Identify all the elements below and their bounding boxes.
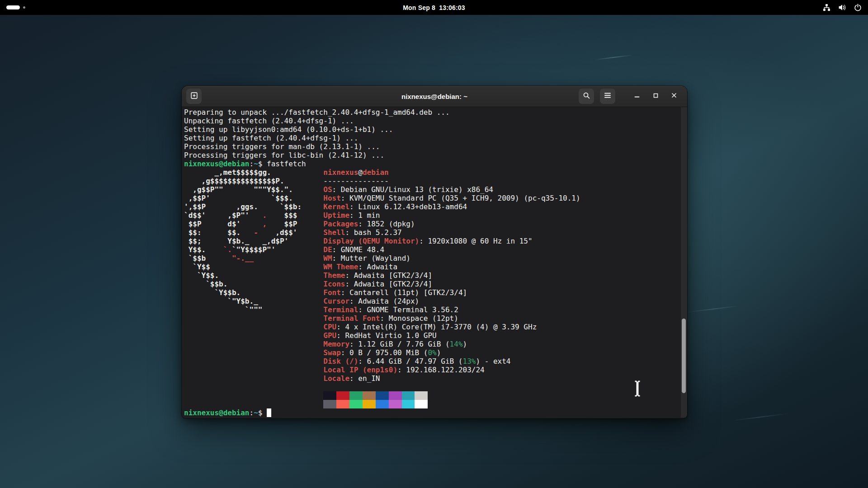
terminal-line: nixnexus@debian:~$ [184,408,687,417]
terminal-line: `""" Terminal: GNOME Terminal 3.56.2 [184,305,687,314]
terminal-line: ,g$$$$$$$$$$$$$$$P. --------------- [184,177,687,185]
new-tab-button[interactable] [186,89,202,104]
palette-block [363,391,376,400]
palette-block [349,400,363,408]
clock[interactable]: Mon Sep 8 13:06:03 [0,4,868,11]
terminal-line: Processing triggers for libc-bin (2.41-1… [184,151,687,160]
palette-block [376,400,389,408]
menu-button[interactable] [600,89,615,104]
wallpaper-streak [686,305,739,313]
close-button[interactable] [668,89,680,104]
maximize-icon [653,92,659,100]
terminal-cursor [267,408,271,417]
close-icon [671,92,677,100]
desktop: { "topbar": { "clock": "Mon Sep 8 13:06:… [0,0,868,488]
terminal-line: Locale: en_IN [184,374,687,383]
terminal-line [184,383,687,391]
scrollbar-thumb[interactable] [682,319,686,393]
terminal-line: `Y$$b. Font: Cantarell (11pt) [GTK2/3/4] [184,288,687,297]
search-icon [583,92,590,101]
terminal-line: $$P d$' , $$P Packages: 1852 (dpkg) [184,220,687,228]
palette-block [323,391,336,400]
terminal-line: Preparing to unpack .../fastfetch_2.40.4… [184,108,687,117]
minimize-icon [634,92,640,100]
power-icon [854,4,862,11]
palette-block [402,391,415,400]
menu-icon [604,92,611,100]
palette-block [363,400,376,408]
palette-block [323,400,336,408]
terminal-output[interactable]: Preparing to unpack .../fastfetch_2.40.4… [182,107,687,418]
palette-block [389,391,402,400]
palette-block [415,400,428,408]
terminal-line: `$$b. Icons: Adwaita [GTK2/3/4] [184,280,687,288]
terminal-line: `d$$' ,$P"' . $$$ Uptime: 1 min [184,211,687,220]
terminal-line: GPU: RedHat Virtio 1.0 GPU [184,331,687,340]
palette-block [376,391,389,400]
terminal-line: nixnexus@debian:~$ fastfetch [184,160,687,168]
palette-block [402,400,415,408]
wallpaper-streak [595,55,633,60]
palette-block [336,391,349,400]
terminal-window: nixnexus@debian: ~ [182,86,687,418]
terminal-line: Memory: 1.12 GiB / 7.76 GiB (14%) [184,340,687,348]
volume-icon [838,4,846,11]
terminal-line: `$$b "-.__ WM: Mutter (Wayland) [184,254,687,263]
maximize-button[interactable] [650,89,661,104]
palette-block [389,400,402,408]
terminal-line: `"Y$b._ Cursor: Adwaita (24px) [184,297,687,305]
terminal-line: `Y$$ WM Theme: Adwaita [184,263,687,271]
top-bar: Mon Sep 8 13:06:03 [0,0,868,15]
terminal-line: CPU: 4 x Intel(R) Core(TM) i7-3770 (4) @… [184,323,687,331]
network-wired-icon [823,4,830,11]
minimize-button[interactable] [631,89,643,104]
palette-block [349,391,363,400]
terminal-line [184,400,687,408]
terminal-line: ',$$P ,ggs. `$$b: Kernel: Linux 6.12.43+… [184,202,687,211]
terminal-line: Processing triggers for man-db (2.13.1-1… [184,142,687,151]
terminal-line: Swap: 0 B / 975.00 MiB (0%) [184,348,687,357]
terminal-line: Y$$. `.`"Y$$$$P"' DE: GNOME 48.4 [184,245,687,254]
terminal-line [184,391,687,400]
search-button[interactable] [579,89,594,104]
terminal-line: Unpacking fastfetch (2.40.4+dfsg-1) ... [184,117,687,125]
text-cursor-pointer [633,380,642,399]
terminal-line: $$: $$. - ,d$$' Shell: bash 5.2.37 [184,228,687,237]
terminal-line: `Y$$. Theme: Adwaita [GTK2/3/4] [184,271,687,280]
terminal-line: Local IP (enp1s0): 192.168.122.203/24 [184,366,687,374]
terminal-line: _,met$$$$$gg. nixnexus@debian [184,168,687,177]
terminal-line: Disk (/): 6.44 GiB / 47.97 GiB (13%) - e… [184,357,687,366]
terminal-line: $$; Y$b._ _,d$P' Display (QEMU Monitor):… [184,237,687,245]
system-tray[interactable] [823,0,862,15]
new-tab-icon [190,92,198,101]
wallpaper-streak [732,413,788,421]
terminal-line: Setting up fastfetch (2.40.4+dfsg-1) ... [184,134,687,142]
terminal-line: ,g$$P"" """Y$$.". OS: Debian GNU/Linux 1… [184,185,687,194]
terminal-line: Setting up libyyjson0:amd64 (0.10.0+ds-1… [184,125,687,134]
palette-block [415,391,428,400]
terminal-headerbar[interactable]: nixnexus@debian: ~ [182,86,687,107]
terminal-line: Terminal Font: Monospace (12pt) [184,314,687,323]
terminal-line: ,$$P' `$$$. Host: KVM/QEMU Standard PC (… [184,194,687,202]
palette-block [336,400,349,408]
